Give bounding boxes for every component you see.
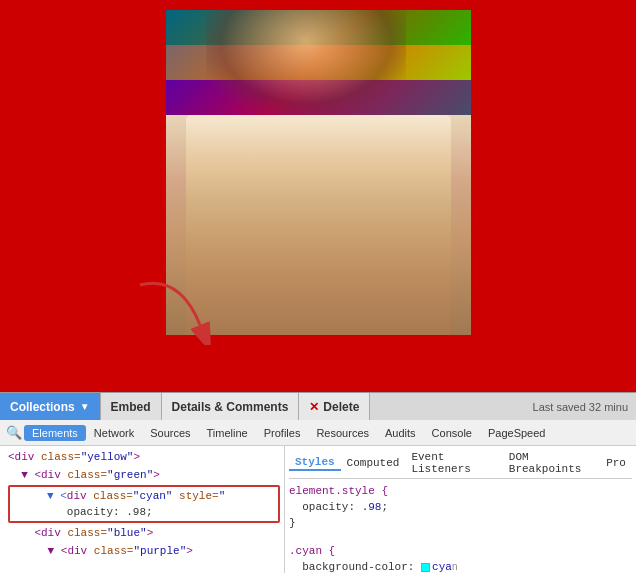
- nav-tab-resources[interactable]: Resources: [308, 425, 377, 441]
- image-container: [166, 10, 471, 335]
- dom-line-4: <div class="blue">: [0, 524, 284, 542]
- styles-tab-dom-breakpoints[interactable]: DOM Breakpoints: [503, 450, 600, 476]
- styles-panel: Styles Computed Event Listeners DOM Brea…: [285, 446, 636, 573]
- tab-collections[interactable]: Collections ▼: [0, 393, 101, 420]
- portrait-silhouette: [206, 10, 406, 115]
- last-saved-text: Last saved 32 minu: [370, 393, 636, 420]
- nav-tab-audits[interactable]: Audits: [377, 425, 424, 441]
- nav-tab-profiles[interactable]: Profiles: [256, 425, 309, 441]
- devtools-toolbar: Collections ▼ Embed Details & Comments ✕…: [0, 392, 636, 420]
- styles-tab-styles[interactable]: Styles: [289, 455, 341, 471]
- styles-tab-computed[interactable]: Computed: [341, 456, 406, 470]
- styles-tab-event-listeners[interactable]: Event Listeners: [405, 450, 502, 476]
- tab-embed-label: Embed: [111, 400, 151, 414]
- collections-arrow-icon: ▼: [80, 401, 90, 412]
- devtools-nav: 🔍 Elements Network Sources Timeline Prof…: [0, 420, 636, 446]
- dom-line-1: <div class="yellow">: [0, 448, 284, 466]
- nav-tab-console[interactable]: Console: [424, 425, 480, 441]
- devtools-panel: <div class="yellow"> ▼ <div class="green…: [0, 446, 636, 573]
- cyan-tag: div: [67, 490, 93, 502]
- nav-tab-elements[interactable]: Elements: [24, 425, 86, 441]
- style-rule-element: element.style { opacity: .98; }: [289, 483, 632, 531]
- dom-line-2: ▼ <div class="green">: [0, 466, 284, 484]
- tab-details[interactable]: Details & Comments: [162, 393, 300, 420]
- nav-tab-timeline[interactable]: Timeline: [199, 425, 256, 441]
- nav-tab-pagespeed[interactable]: PageSpeed: [480, 425, 554, 441]
- style-rule-cyan: .cyan { background-color: cyan: [289, 543, 632, 573]
- nav-tab-network[interactable]: Network: [86, 425, 142, 441]
- styles-tabs: Styles Computed Event Listeners DOM Brea…: [289, 450, 632, 479]
- color-strip-image: [166, 10, 471, 115]
- dom-panel[interactable]: <div class="yellow"> ▼ <div class="green…: [0, 446, 285, 573]
- delete-x-icon: ✕: [309, 400, 319, 414]
- tab-delete[interactable]: ✕ Delete: [299, 393, 370, 420]
- tab-embed[interactable]: Embed: [101, 393, 162, 420]
- color-swatch-cyan: [421, 563, 430, 572]
- styles-tab-pro[interactable]: Pro: [600, 456, 632, 470]
- tab-delete-label: Delete: [323, 400, 359, 414]
- dom-line-5: ▼ <div class="purple">: [0, 542, 284, 560]
- tab-details-label: Details & Comments: [172, 400, 289, 414]
- main-content: [0, 0, 636, 392]
- figure-silhouette: [186, 115, 451, 335]
- dom-line-3: ▼ <div class="cyan" style=" opacity: .98…: [0, 484, 284, 524]
- tab-collections-label: Collections: [10, 400, 75, 414]
- portrait-image: [166, 115, 471, 335]
- nav-tab-sources[interactable]: Sources: [142, 425, 198, 441]
- search-button[interactable]: 🔍: [4, 423, 24, 443]
